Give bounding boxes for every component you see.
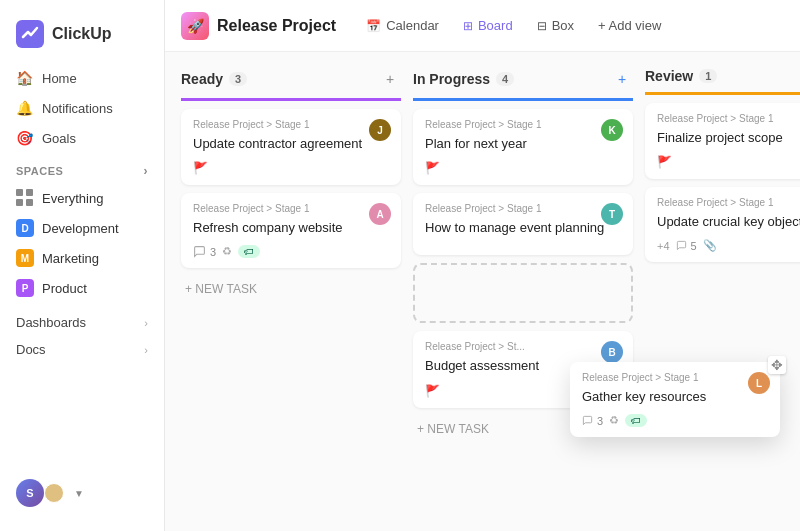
- calendar-label: Calendar: [386, 18, 439, 33]
- card-avatar: L: [748, 372, 770, 394]
- box-icon: ⊟: [537, 19, 547, 33]
- sidebar-footer[interactable]: S ▼: [0, 467, 164, 519]
- dashboards-chevron: ›: [144, 317, 148, 329]
- card-title: Finalize project scope: [657, 129, 800, 147]
- card-title: Update contractor agreement: [193, 135, 389, 153]
- dragging-card[interactable]: ✥ Release Project > Stage 1 L Gather key…: [570, 362, 780, 437]
- everything-label: Everything: [42, 191, 103, 206]
- nav-notifications[interactable]: 🔔 Notifications: [8, 94, 156, 122]
- main-content: 🚀 Release Project 📅 Calendar ⊞ Board ⊟ B…: [165, 0, 800, 531]
- column-ready-add-button[interactable]: +: [379, 68, 401, 90]
- everything-icon: [16, 189, 34, 207]
- task-tag: 🏷: [238, 245, 260, 258]
- nav-docs[interactable]: Docs ›: [8, 337, 156, 362]
- product-label: Product: [42, 281, 87, 296]
- recycle-icon: ♻: [609, 414, 619, 427]
- column-ready-title-area: Ready 3: [181, 71, 247, 87]
- app-name: ClickUp: [52, 25, 112, 43]
- card-title: Update crucial key objectives: [657, 213, 800, 231]
- development-icon: D: [16, 219, 34, 237]
- sidebar-item-product[interactable]: P Product: [8, 274, 156, 302]
- development-label: Development: [42, 221, 119, 236]
- tab-box[interactable]: ⊟ Box: [527, 13, 584, 38]
- card-path: Release Project > Stage 1: [193, 203, 389, 214]
- card-footer: 🚩: [425, 161, 621, 175]
- bell-icon: 🔔: [16, 100, 32, 116]
- card-title: Plan for next year: [425, 135, 621, 153]
- card-manage-event[interactable]: Release Project > Stage 1 T How to manag…: [413, 193, 633, 255]
- comment-count: 3: [582, 415, 603, 427]
- nav-home[interactable]: 🏠 Home: [8, 64, 156, 92]
- card-update-contractor[interactable]: Release Project > Stage 1 J Update contr…: [181, 109, 401, 185]
- task-tag: 🏷: [625, 414, 647, 427]
- home-icon: 🏠: [16, 70, 32, 86]
- card-footer: +4 5 📎: [657, 239, 800, 252]
- calendar-icon: 📅: [366, 19, 381, 33]
- card-finalize-scope[interactable]: Release Project > Stage 1 K Finalize pro…: [645, 103, 800, 179]
- sidebar-item-marketing[interactable]: M Marketing: [8, 244, 156, 272]
- board-icon: ⊞: [463, 19, 473, 33]
- card-path: Release Project > Stage 1: [657, 197, 800, 208]
- dashboards-label: Dashboards: [16, 315, 86, 330]
- marketing-label: Marketing: [42, 251, 99, 266]
- header-nav: 📅 Calendar ⊞ Board ⊟ Box + Add view: [356, 13, 671, 38]
- nav-dashboards[interactable]: Dashboards ›: [8, 310, 156, 335]
- card-path: Release Project > Stage 1: [657, 113, 800, 124]
- sidebar-bottom-nav: Dashboards › Docs ›: [0, 310, 164, 362]
- tab-calendar[interactable]: 📅 Calendar: [356, 13, 449, 38]
- goals-icon: 🎯: [16, 130, 32, 146]
- card-plan-next-year[interactable]: Release Project > Stage 1 K Plan for nex…: [413, 109, 633, 185]
- add-view-label: + Add view: [598, 18, 661, 33]
- column-ready-header: Ready 3 +: [181, 68, 401, 101]
- clickup-logo-icon: [16, 20, 44, 48]
- page-header: 🚀 Release Project 📅 Calendar ⊞ Board ⊟ B…: [165, 0, 800, 52]
- flag-icon: 🚩: [425, 384, 440, 398]
- card-path: Release Project > St...: [425, 341, 621, 352]
- flag-icon: 🚩: [657, 155, 672, 169]
- card-footer: 3 ♻ 🏷: [193, 245, 389, 258]
- column-ready-title: Ready: [181, 71, 223, 87]
- kanban-board: Ready 3 + Release Project > Stage 1 J Up…: [165, 52, 800, 531]
- card-path: Release Project > Stage 1: [425, 119, 621, 130]
- column-review-title: Review: [645, 68, 693, 84]
- card-key-objectives[interactable]: Release Project > Stage 1 P Update cruci…: [645, 187, 800, 262]
- tab-board[interactable]: ⊞ Board: [453, 13, 523, 38]
- card-footer: 3 ♻ 🏷: [582, 414, 768, 427]
- card-footer: 🚩: [193, 161, 389, 175]
- column-in-progress-count: 4: [496, 72, 514, 86]
- docs-label: Docs: [16, 342, 46, 357]
- marketing-icon: M: [16, 249, 34, 267]
- add-view-button[interactable]: + Add view: [588, 13, 671, 38]
- page-title: Release Project: [217, 17, 336, 35]
- flag-icon: 🚩: [425, 161, 440, 175]
- ready-new-task-button[interactable]: + NEW TASK: [181, 276, 401, 302]
- card-title: Gather key resources: [582, 388, 768, 406]
- recycle-icon: ♻: [222, 245, 232, 258]
- column-in-progress-header: In Progress 4 +: [413, 68, 633, 101]
- sidebar: ClickUp 🏠 Home 🔔 Notifications 🎯 Goals S…: [0, 0, 165, 531]
- column-review-title-area: Review 1: [645, 68, 717, 84]
- attachment-icon: 📎: [703, 239, 717, 252]
- card-footer: 🚩: [657, 155, 800, 169]
- user-menu-chevron: ▼: [74, 488, 84, 499]
- sidebar-item-everything[interactable]: Everything: [8, 184, 156, 212]
- card-path: Release Project > Stage 1: [193, 119, 389, 130]
- sidebar-item-development[interactable]: D Development: [8, 214, 156, 242]
- nav-goals-label: Goals: [42, 131, 76, 146]
- nav-goals[interactable]: 🎯 Goals: [8, 124, 156, 152]
- card-avatar: K: [601, 119, 623, 141]
- column-review: Review 1 Release Project > Stage 1 K Fin…: [645, 68, 800, 515]
- card-title: How to manage event planning: [425, 219, 621, 237]
- card-avatar: J: [369, 119, 391, 141]
- column-in-progress-title-area: In Progress 4: [413, 71, 514, 87]
- spaces-collapse-icon[interactable]: ›: [144, 164, 149, 178]
- box-label: Box: [552, 18, 574, 33]
- new-task-label: + NEW TASK: [417, 422, 489, 436]
- logo[interactable]: ClickUp: [0, 12, 164, 64]
- column-in-progress-add-button[interactable]: +: [611, 68, 633, 90]
- flag-icon: 🚩: [193, 161, 208, 175]
- card-path: Release Project > Stage 1: [582, 372, 768, 383]
- drop-placeholder: [413, 263, 633, 323]
- column-in-progress-title: In Progress: [413, 71, 490, 87]
- card-refresh-website[interactable]: Release Project > Stage 1 A Refresh comp…: [181, 193, 401, 268]
